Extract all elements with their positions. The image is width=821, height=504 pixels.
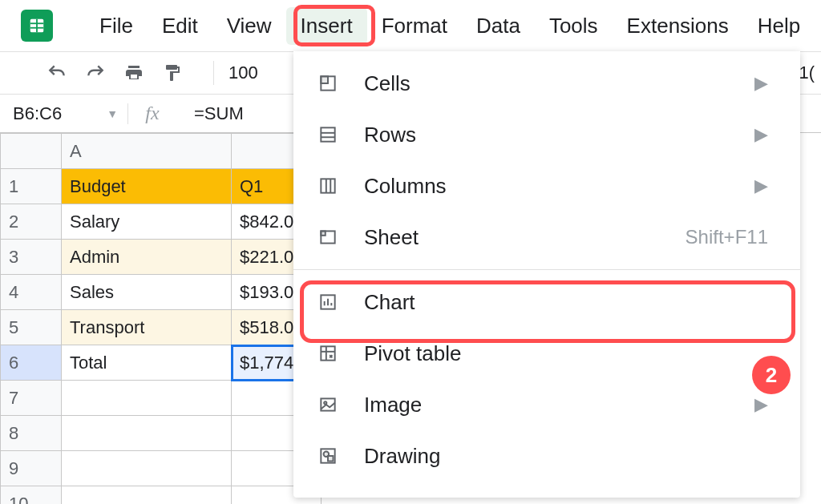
cell[interactable]: Salary <box>62 204 232 240</box>
cells-icon <box>316 71 340 95</box>
select-all-corner[interactable] <box>1 134 62 169</box>
row-header[interactable]: 4 <box>1 275 62 310</box>
toolbar-divider <box>213 61 214 85</box>
svg-rect-6 <box>321 127 334 141</box>
menu-separator <box>293 269 800 270</box>
chevron-right-icon: ▶ <box>754 175 768 196</box>
menu-file[interactable]: File <box>85 7 148 45</box>
menu-item-chart[interactable]: Chart <box>293 276 800 328</box>
menu-item-label: Columns <box>364 174 447 199</box>
svg-rect-13 <box>321 231 325 235</box>
annotation-step-badge: 2 <box>752 356 791 394</box>
row-header[interactable]: 8 <box>1 416 62 451</box>
paint-format-icon[interactable] <box>160 61 184 85</box>
menu-item-drawing[interactable]: Drawing <box>293 430 800 482</box>
menu-item-label: Sheet <box>364 225 419 250</box>
menu-item-columns[interactable]: Columns▶ <box>293 160 800 212</box>
menu-item-sheet[interactable]: SheetShift+F11 <box>293 212 800 263</box>
svg-rect-5 <box>321 76 328 83</box>
row-header[interactable]: 5 <box>1 310 62 345</box>
menu-item-label: Pivot table <box>364 341 461 366</box>
menu-edit[interactable]: Edit <box>148 7 212 45</box>
chevron-right-icon: ▶ <box>754 394 768 415</box>
cell[interactable] <box>62 416 232 451</box>
column-header-A[interactable]: A <box>62 134 232 169</box>
row-header[interactable]: 7 <box>1 381 62 416</box>
menu-item-label: Rows <box>364 123 416 147</box>
menu-data[interactable]: Data <box>462 7 535 45</box>
row-header[interactable]: 9 <box>1 451 62 486</box>
cell[interactable] <box>62 381 232 416</box>
cell[interactable] <box>62 486 232 505</box>
row-header[interactable]: 3 <box>1 240 62 275</box>
row-header[interactable]: 6 <box>1 345 62 381</box>
zoom-level-left[interactable]: 100 <box>229 62 258 83</box>
cell[interactable]: Budget <box>62 169 232 204</box>
chevron-right-icon: ▶ <box>754 124 768 145</box>
image-icon <box>316 393 340 417</box>
cell[interactable]: Transport <box>62 310 232 345</box>
chart-icon <box>316 290 340 314</box>
undo-icon[interactable] <box>45 61 69 85</box>
sheets-logo <box>21 10 53 42</box>
formula-input[interactable]: =SUM <box>176 103 244 124</box>
svg-rect-25 <box>328 456 334 462</box>
menu-item-cells[interactable]: Cells▶ <box>293 58 800 109</box>
drawing-icon <box>316 444 340 468</box>
menu-extensions[interactable]: Extensions <box>613 7 743 45</box>
menu-item-label: Cells <box>364 71 410 96</box>
menu-format[interactable]: Format <box>367 7 462 45</box>
cell[interactable]: Sales <box>62 275 232 310</box>
chevron-down-icon: ▼ <box>107 107 118 120</box>
chevron-right-icon: ▶ <box>754 73 768 94</box>
menu-help[interactable]: Help <box>743 7 815 45</box>
name-box-value: B6:C6 <box>13 103 62 124</box>
menu-insert[interactable]: Insert <box>286 7 367 45</box>
menu-item-rows[interactable]: Rows▶ <box>293 109 800 160</box>
menu-tools[interactable]: Tools <box>535 7 613 45</box>
menu-shortcut: Shift+F11 <box>686 226 768 248</box>
zoom-level-right: 1( <box>799 62 821 83</box>
menu-item-label: Chart <box>364 290 415 315</box>
rows-icon <box>316 123 340 147</box>
cell[interactable]: Total <box>62 345 232 381</box>
row-header[interactable]: 2 <box>1 204 62 240</box>
svg-rect-9 <box>321 179 334 192</box>
svg-rect-18 <box>321 346 334 360</box>
redo-icon[interactable] <box>83 61 107 85</box>
cell[interactable]: Admin <box>62 240 232 275</box>
row-header[interactable]: 10 <box>1 486 62 505</box>
menu-item-image[interactable]: Image▶ <box>293 379 800 430</box>
sheets-icon <box>28 17 46 34</box>
pivot-icon <box>316 341 340 365</box>
menu-item-label: Image <box>364 393 422 417</box>
menu-view[interactable]: View <box>212 7 286 45</box>
cell[interactable] <box>62 451 232 486</box>
name-box[interactable]: B6:C6 ▼ <box>0 103 128 124</box>
fx-label: fx <box>128 103 176 124</box>
menu-item-pivot-table[interactable]: Pivot table <box>293 328 800 379</box>
row-header[interactable]: 1 <box>1 169 62 204</box>
print-icon[interactable] <box>122 61 146 85</box>
menubar: FileEditViewInsertFormatDataToolsExtensi… <box>0 0 821 51</box>
columns-icon <box>316 174 340 198</box>
insert-menu: Cells▶Rows▶Columns▶SheetShift+F11ChartPi… <box>293 51 800 498</box>
sheet-icon <box>316 225 340 249</box>
menu-item-label: Drawing <box>364 444 440 469</box>
